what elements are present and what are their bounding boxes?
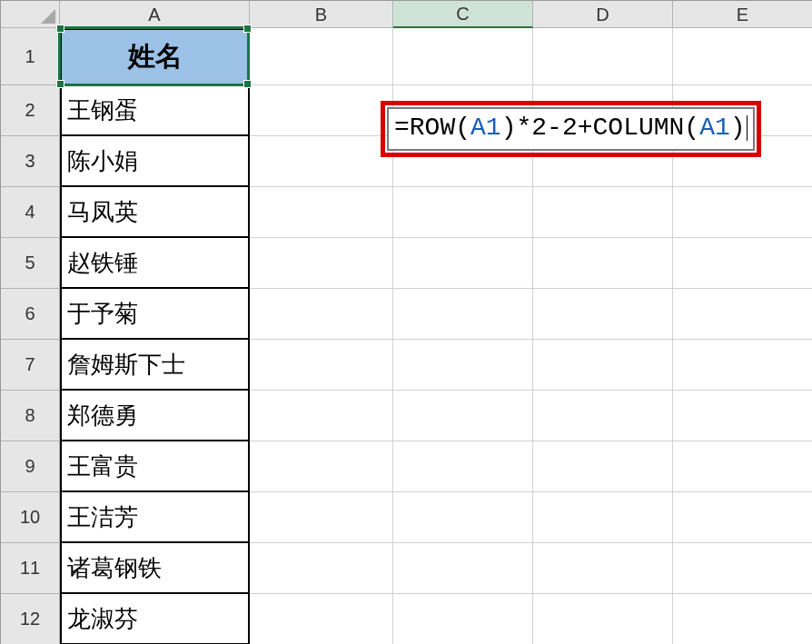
col-header-D[interactable]: D [533,1,673,28]
cell-B7[interactable] [250,340,393,391]
cell-A5[interactable]: 赵铁锤 [60,238,250,289]
cell-A1-header[interactable]: 姓名 [60,28,250,85]
cell-E1[interactable] [673,28,812,85]
cell-D6[interactable] [533,289,673,340]
spreadsheet-grid: A B C D E 1 姓名 2 王钢蛋 3 陈小娟 4 马凤英 [0,0,812,644]
row-header-4[interactable]: 4 [1,187,60,238]
formula-token: ( [455,114,470,142]
cell-B3[interactable] [250,136,393,187]
col-header-A[interactable]: A [60,1,250,28]
cell-E9[interactable] [673,441,812,492]
cell-A9[interactable]: 王富贵 [60,441,250,492]
cell-D1[interactable] [533,28,673,85]
cell-A11[interactable]: 诸葛钢铁 [60,543,250,594]
cell-C11[interactable] [393,543,533,594]
cell-A4[interactable]: 马凤英 [60,187,250,238]
row-header-2[interactable]: 2 [1,85,60,136]
formula-edit-cell[interactable]: =ROW(A1)*2-2+COLUMN(A1) [387,107,755,151]
cell-B10[interactable] [250,492,393,543]
cell-D4[interactable] [533,187,673,238]
cell-D11[interactable] [533,543,673,594]
cell-E5[interactable] [673,238,812,289]
row-header-12[interactable]: 12 [1,594,60,644]
cell-C10[interactable] [393,492,533,543]
row-header-10[interactable]: 10 [1,492,60,543]
cell-A12[interactable]: 龙淑芬 [60,594,250,644]
cell-A10[interactable]: 王洁芳 [60,492,250,543]
cell-B11[interactable] [250,543,393,594]
formula-token: ( [684,114,699,142]
row-header-9[interactable]: 9 [1,441,60,492]
cell-B6[interactable] [250,289,393,340]
formula-token: 2 [531,114,547,142]
cell-D7[interactable] [533,340,673,391]
cell-B8[interactable] [250,391,393,441]
cell-B9[interactable] [250,441,393,492]
cell-C9[interactable] [393,441,533,492]
cell-A3[interactable]: 陈小娟 [60,136,250,187]
cell-E8[interactable] [673,391,812,441]
cell-B12[interactable] [250,594,393,644]
cell-C1[interactable] [393,28,533,85]
cell-E10[interactable] [673,492,812,543]
cell-B4[interactable] [250,187,393,238]
cell-C12[interactable] [393,594,533,644]
cell-C7[interactable] [393,340,533,391]
formula-token: * [516,114,531,142]
cell-E11[interactable] [673,543,812,594]
row-header-5[interactable]: 5 [1,238,60,289]
formula-token: - [547,114,562,142]
cell-D8[interactable] [533,391,673,441]
formula-token: = [394,114,410,142]
formula-highlight-annotation: =ROW(A1)*2-2+COLUMN(A1) [381,101,761,157]
row-header-7[interactable]: 7 [1,340,60,391]
cell-E4[interactable] [673,187,812,238]
col-header-C[interactable]: C [393,1,533,28]
row-header-1[interactable]: 1 [1,28,60,85]
formula-token: 2 [562,114,578,142]
cell-A2[interactable]: 王钢蛋 [60,85,250,136]
cell-C4[interactable] [393,187,533,238]
col-header-E[interactable]: E [673,1,812,28]
cell-A7[interactable]: 詹姆斯下士 [60,340,250,391]
formula-token: A1 [470,114,501,142]
cell-E6[interactable] [673,289,812,340]
select-all-corner[interactable] [1,1,60,28]
formula-token: COLUMN [593,114,685,142]
cell-D9[interactable] [533,441,673,492]
cell-A6[interactable]: 于予菊 [60,289,250,340]
row-header-8[interactable]: 8 [1,391,60,441]
formula-token: ROW [410,114,455,142]
cell-C6[interactable] [393,289,533,340]
row-header-3[interactable]: 3 [1,136,60,187]
cell-A8[interactable]: 郑德勇 [60,391,250,441]
cell-C5[interactable] [393,238,533,289]
text-cursor-icon [747,115,748,141]
cell-D5[interactable] [533,238,673,289]
cell-D12[interactable] [533,594,673,644]
cell-C8[interactable] [393,391,533,441]
col-header-B[interactable]: B [250,1,393,28]
formula-token: ) [730,114,746,142]
cell-B5[interactable] [250,238,393,289]
cell-D10[interactable] [533,492,673,543]
cell-B2[interactable] [250,85,393,136]
row-header-6[interactable]: 6 [1,289,60,340]
formula-token: ) [501,114,517,142]
row-header-11[interactable]: 11 [1,543,60,594]
cell-B1[interactable] [250,28,393,85]
formula-token: + [578,114,593,142]
formula-token: A1 [699,114,730,142]
cell-E12[interactable] [673,594,812,644]
cell-E7[interactable] [673,340,812,391]
